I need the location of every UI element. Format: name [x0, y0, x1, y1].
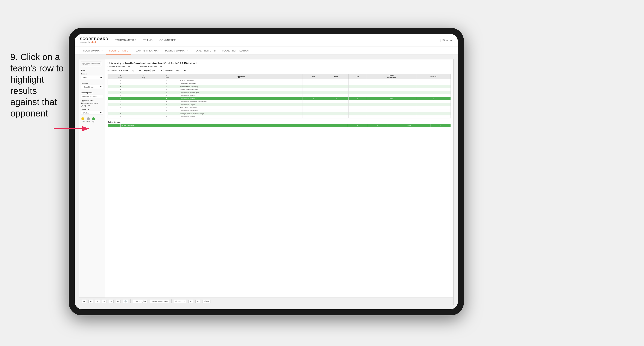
col-win: Win: [303, 74, 324, 79]
table-row[interactable]: 16-3University of Florida: [108, 115, 451, 118]
table-row[interactable]: 4-1Arizona State University: [108, 85, 451, 88]
nav-teams[interactable]: TEAMS: [143, 38, 153, 43]
view-original-btn[interactable]: View: Original: [133, 300, 148, 303]
revert-btn[interactable]: ↩: [95, 300, 100, 303]
legend-dot-down: [82, 117, 84, 120]
table-row[interactable]: 13-1Texas Tech University: [108, 106, 451, 109]
cell-diff: [367, 88, 416, 91]
cell-diff: [367, 91, 416, 94]
cell-conf: 4: [154, 112, 179, 115]
tablet-frame: SCOREBOARD Powered by clippi TOURNAMENTS…: [69, 28, 464, 315]
tableau-container: Last Updated: 27/03/2024 16:55:38 Team G…: [79, 59, 454, 305]
cell-loss: [324, 88, 348, 91]
cell-opponent: Texas Tech University: [179, 106, 302, 109]
tab-team-h2h-grid[interactable]: TEAM H2H GRID: [106, 47, 131, 55]
conference-filter-select[interactable]: (All): [129, 69, 142, 72]
radio-opponents-played[interactable]: Opponents Played: [81, 102, 103, 104]
undo-btn[interactable]: ◀: [82, 300, 86, 303]
cell-win: [303, 103, 324, 106]
col-conf: #Conf: [154, 74, 179, 79]
time-btn[interactable]: 🕐: [123, 300, 128, 303]
cell-win: [303, 115, 324, 118]
cell-rank: 12: [108, 103, 133, 106]
cell-tie: [348, 82, 367, 85]
cell-rank: 2: [108, 79, 133, 82]
tab-player-h2h-heatmap[interactable]: PLAYER H2H HEATMAP: [219, 47, 252, 55]
cell-conf: 2: [154, 82, 179, 85]
refresh-btn[interactable]: ↺: [109, 300, 114, 303]
table-row[interactable]: 9-3University of Arizona: [108, 94, 451, 97]
out-of-division-row[interactable]: NCAA Division II 1 0 0 26.00 3: [108, 124, 451, 127]
cell-diff: [367, 85, 416, 88]
logo-area: SCOREBOARD Powered by clippi: [80, 37, 108, 43]
redo-btn[interactable]: ▶: [88, 300, 93, 303]
cell-conf: 2: [154, 109, 179, 112]
cell-rounds: [416, 85, 450, 88]
sign-out-button[interactable]: Sign out: [442, 38, 453, 43]
radio-top100[interactable]: Top 100: [81, 105, 103, 107]
out-win: 1: [328, 124, 348, 127]
cell-rounds: [416, 91, 450, 94]
tab-team-summary[interactable]: TEAM SUMMARY: [80, 47, 106, 55]
cell-rounds: [416, 100, 450, 103]
cell-reg: -: [133, 115, 154, 118]
legend-level: Level: [86, 117, 90, 122]
table-row[interactable]: 10-5University of Alabama3002.618: [108, 97, 451, 100]
cell-loss: [324, 85, 348, 88]
share-btn[interactable]: Share: [202, 300, 210, 303]
legend-dot-level: [87, 117, 90, 120]
cell-opponent: Arizona State University: [179, 85, 302, 88]
cell-opponent: University of Oklahoma: [179, 109, 302, 112]
cell-rank: 6: [108, 88, 133, 91]
out-of-division: Out of division NCAA Division II 1: [108, 121, 451, 127]
cell-rank: 3: [108, 82, 133, 85]
table-row[interactable]: 2-1Auburn University: [108, 79, 451, 82]
tab-team-h2h-heatmap[interactable]: TEAM H2H HEATMAP: [131, 47, 162, 55]
layout-btn[interactable]: ⊞: [196, 300, 200, 303]
cell-loss: [324, 82, 348, 85]
cell-tie: 0: [348, 97, 367, 100]
cell-rounds: [416, 82, 450, 85]
cell-rounds: 8: [416, 97, 450, 100]
cell-tie: [348, 106, 367, 109]
region-filter-select[interactable]: (All): [150, 69, 164, 72]
tab-player-summary[interactable]: PLAYER SUMMARY: [162, 47, 191, 55]
opponent-filter-select[interactable]: (All): [174, 69, 187, 72]
more-btn[interactable]: •••: [116, 300, 121, 303]
table-row[interactable]: 14-2University of Oklahoma: [108, 109, 451, 112]
cell-conf: 1: [154, 106, 179, 109]
left-panel: Last Updated: 27/03/2024 16:55:38 Team G…: [79, 59, 105, 298]
watch-btn[interactable]: 👁 Watch ▾: [174, 300, 186, 303]
cell-diff: [367, 82, 416, 85]
table-row[interactable]: 11-6University of Arkansas, Fayetteville: [108, 100, 451, 103]
cell-tie: [348, 109, 367, 112]
division-record: Division Record: 88 - 17 - 0: [139, 65, 162, 67]
cell-conf: 1: [154, 79, 179, 82]
table-row[interactable]: 15-4Georgia Institute of Technology: [108, 112, 451, 115]
toolbar-divider: [130, 300, 130, 303]
out-conf: [116, 124, 121, 127]
table-row[interactable]: 6-2Florida State University: [108, 88, 451, 91]
gender-select[interactable]: Men's: [81, 76, 103, 79]
table-row[interactable]: 3-2Vanderbilt University: [108, 82, 451, 85]
print-btn[interactable]: 🖨: [188, 300, 193, 303]
sign-out-sep: |: [440, 39, 441, 42]
table-row[interactable]: 12-3University of Virginia: [108, 103, 451, 106]
table-row[interactable]: 8-2University of Washington: [108, 91, 451, 94]
radio-group: Opponents Played Top 100: [81, 102, 103, 107]
nav-committee[interactable]: COMMITTEE: [160, 38, 176, 43]
cell-rank: 11: [108, 100, 133, 103]
colour-by-select[interactable]: Win/loss: [81, 111, 103, 115]
timestamp: Last Updated: 27/03/2024 16:55:38: [81, 61, 101, 66]
cell-opponent: University of Arizona: [179, 94, 302, 97]
division-select[interactable]: NCAA Division I: [81, 85, 103, 89]
nav-tournaments[interactable]: TOURNAMENTS: [115, 38, 136, 43]
radio-dot-top100: [81, 105, 83, 107]
grid-btn[interactable]: ⊞: [102, 300, 107, 303]
cell-reg: -: [133, 79, 154, 82]
cell-rounds: [416, 109, 450, 112]
cell-rank: 16: [108, 115, 133, 118]
tab-player-h2h-grid[interactable]: PLAYER H2H GRID: [191, 47, 219, 55]
out-label: NCAA Division II: [121, 124, 328, 127]
save-custom-view-btn[interactable]: Save Custom View: [150, 300, 169, 303]
